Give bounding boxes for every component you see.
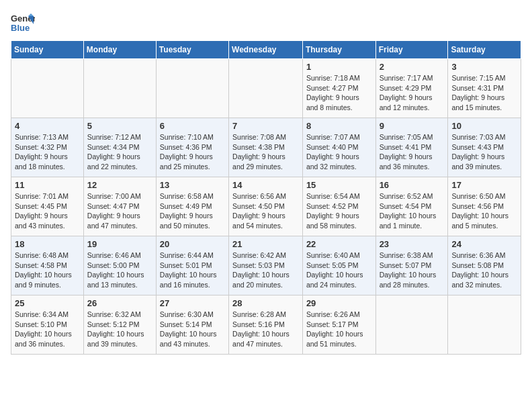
day-number: 8 — [306, 121, 372, 131]
calendar-cell: 21Sunrise: 6:42 AM Sunset: 5:03 PM Dayli… — [229, 236, 303, 295]
day-detail: Sunrise: 7:17 AM Sunset: 4:29 PM Dayligh… — [380, 73, 445, 113]
day-detail: Sunrise: 6:26 AM Sunset: 5:17 PM Dayligh… — [306, 310, 372, 349]
calendar-week-3: 11Sunrise: 7:01 AM Sunset: 4:45 PM Dayli… — [11, 177, 521, 236]
day-detail: Sunrise: 6:46 AM Sunset: 5:00 PM Dayligh… — [87, 250, 152, 290]
calendar-cell: 20Sunrise: 6:44 AM Sunset: 5:01 PM Dayli… — [156, 236, 228, 295]
day-detail: Sunrise: 6:34 AM Sunset: 5:10 PM Dayligh… — [15, 310, 80, 349]
day-number: 18 — [15, 239, 80, 249]
calendar-cell: 9Sunrise: 7:05 AM Sunset: 4:41 PM Daylig… — [375, 118, 448, 177]
day-detail: Sunrise: 6:54 AM Sunset: 4:52 PM Dayligh… — [306, 191, 372, 231]
day-number: 10 — [451, 121, 517, 131]
day-number: 12 — [87, 180, 152, 190]
calendar-cell: 17Sunrise: 6:50 AM Sunset: 4:56 PM Dayli… — [448, 177, 521, 236]
calendar-cell: 5Sunrise: 7:12 AM Sunset: 4:34 PM Daylig… — [83, 118, 156, 177]
day-number: 24 — [451, 239, 517, 249]
header-cell-sunday: Sunday — [11, 41, 84, 59]
calendar-cell: 11Sunrise: 7:01 AM Sunset: 4:45 PM Dayli… — [11, 177, 84, 236]
calendar-cell: 8Sunrise: 7:07 AM Sunset: 4:40 PM Daylig… — [302, 118, 375, 177]
calendar-cell: 23Sunrise: 6:38 AM Sunset: 5:07 PM Dayli… — [375, 236, 448, 295]
header-cell-saturday: Saturday — [448, 41, 521, 59]
day-detail: Sunrise: 6:50 AM Sunset: 4:56 PM Dayligh… — [451, 191, 517, 231]
logo-icon: General Blue — [11, 11, 35, 35]
calendar-cell — [156, 59, 228, 118]
calendar-cell — [448, 295, 521, 355]
header-cell-thursday: Thursday — [302, 41, 375, 59]
day-detail: Sunrise: 7:07 AM Sunset: 4:40 PM Dayligh… — [306, 132, 372, 172]
header-row: SundayMondayTuesdayWednesdayThursdayFrid… — [11, 41, 521, 59]
svg-text:Blue: Blue — [11, 23, 30, 33]
calendar-cell: 16Sunrise: 6:52 AM Sunset: 4:54 PM Dayli… — [375, 177, 448, 236]
calendar-cell: 18Sunrise: 6:48 AM Sunset: 4:58 PM Dayli… — [11, 236, 84, 295]
day-detail: Sunrise: 6:28 AM Sunset: 5:16 PM Dayligh… — [232, 310, 299, 349]
day-number: 3 — [451, 62, 517, 72]
day-number: 9 — [380, 121, 445, 131]
calendar-cell: 4Sunrise: 7:13 AM Sunset: 4:32 PM Daylig… — [11, 118, 84, 177]
calendar-cell — [11, 59, 84, 118]
day-number: 4 — [15, 121, 80, 131]
day-detail: Sunrise: 7:08 AM Sunset: 4:38 PM Dayligh… — [232, 132, 299, 172]
calendar-cell: 15Sunrise: 6:54 AM Sunset: 4:52 PM Dayli… — [302, 177, 375, 236]
calendar-cell: 26Sunrise: 6:32 AM Sunset: 5:12 PM Dayli… — [83, 295, 156, 355]
day-number: 2 — [380, 62, 445, 72]
day-number: 7 — [232, 121, 299, 131]
day-number: 5 — [87, 121, 152, 131]
day-detail: Sunrise: 6:32 AM Sunset: 5:12 PM Dayligh… — [87, 310, 152, 349]
day-detail: Sunrise: 7:05 AM Sunset: 4:41 PM Dayligh… — [380, 132, 445, 172]
day-detail: Sunrise: 7:01 AM Sunset: 4:45 PM Dayligh… — [15, 191, 80, 231]
day-detail: Sunrise: 7:12 AM Sunset: 4:34 PM Dayligh… — [87, 132, 152, 172]
day-detail: Sunrise: 7:18 AM Sunset: 4:27 PM Dayligh… — [306, 73, 372, 113]
calendar-header: SundayMondayTuesdayWednesdayThursdayFrid… — [11, 41, 521, 59]
calendar-cell: 22Sunrise: 6:40 AM Sunset: 5:05 PM Dayli… — [302, 236, 375, 295]
calendar-cell: 6Sunrise: 7:10 AM Sunset: 4:36 PM Daylig… — [156, 118, 228, 177]
day-number: 19 — [87, 239, 152, 249]
day-number: 26 — [87, 298, 152, 308]
day-detail: Sunrise: 6:30 AM Sunset: 5:14 PM Dayligh… — [160, 310, 225, 349]
day-number: 20 — [160, 239, 225, 249]
day-detail: Sunrise: 6:44 AM Sunset: 5:01 PM Dayligh… — [160, 250, 225, 290]
day-number: 1 — [306, 62, 372, 72]
calendar-cell: 2Sunrise: 7:17 AM Sunset: 4:29 PM Daylig… — [375, 59, 448, 118]
day-detail: Sunrise: 7:13 AM Sunset: 4:32 PM Dayligh… — [15, 132, 80, 172]
day-detail: Sunrise: 6:36 AM Sunset: 5:08 PM Dayligh… — [451, 250, 517, 290]
calendar-body: 1Sunrise: 7:18 AM Sunset: 4:27 PM Daylig… — [11, 59, 521, 355]
day-number: 13 — [160, 180, 225, 190]
calendar-week-4: 18Sunrise: 6:48 AM Sunset: 4:58 PM Dayli… — [11, 236, 521, 295]
day-detail: Sunrise: 6:38 AM Sunset: 5:07 PM Dayligh… — [380, 250, 445, 290]
day-detail: Sunrise: 6:52 AM Sunset: 4:54 PM Dayligh… — [380, 191, 445, 231]
calendar-cell: 27Sunrise: 6:30 AM Sunset: 5:14 PM Dayli… — [156, 295, 228, 355]
day-number: 21 — [232, 239, 299, 249]
day-number: 17 — [451, 180, 517, 190]
day-detail: Sunrise: 7:03 AM Sunset: 4:43 PM Dayligh… — [451, 132, 517, 172]
calendar-cell — [83, 59, 156, 118]
calendar-cell: 24Sunrise: 6:36 AM Sunset: 5:08 PM Dayli… — [448, 236, 521, 295]
day-detail: Sunrise: 7:15 AM Sunset: 4:31 PM Dayligh… — [451, 73, 517, 113]
calendar-week-1: 1Sunrise: 7:18 AM Sunset: 4:27 PM Daylig… — [11, 59, 521, 118]
header-cell-friday: Friday — [375, 41, 448, 59]
day-number: 29 — [306, 298, 372, 308]
page-header: General Blue — [11, 11, 521, 35]
calendar-cell: 3Sunrise: 7:15 AM Sunset: 4:31 PM Daylig… — [448, 59, 521, 118]
day-detail: Sunrise: 6:40 AM Sunset: 5:05 PM Dayligh… — [306, 250, 372, 290]
day-detail: Sunrise: 6:48 AM Sunset: 4:58 PM Dayligh… — [15, 250, 80, 290]
day-number: 14 — [232, 180, 299, 190]
calendar-cell: 29Sunrise: 6:26 AM Sunset: 5:17 PM Dayli… — [302, 295, 375, 355]
calendar-cell: 19Sunrise: 6:46 AM Sunset: 5:00 PM Dayli… — [83, 236, 156, 295]
day-number: 22 — [306, 239, 372, 249]
day-detail: Sunrise: 6:56 AM Sunset: 4:50 PM Dayligh… — [232, 191, 299, 231]
day-detail: Sunrise: 6:58 AM Sunset: 4:49 PM Dayligh… — [160, 191, 225, 231]
day-number: 28 — [232, 298, 299, 308]
calendar-cell: 7Sunrise: 7:08 AM Sunset: 4:38 PM Daylig… — [229, 118, 303, 177]
calendar-cell: 14Sunrise: 6:56 AM Sunset: 4:50 PM Dayli… — [229, 177, 303, 236]
day-number: 16 — [380, 180, 445, 190]
calendar-cell — [375, 295, 448, 355]
calendar-cell: 1Sunrise: 7:18 AM Sunset: 4:27 PM Daylig… — [302, 59, 375, 118]
calendar-table: SundayMondayTuesdayWednesdayThursdayFrid… — [11, 40, 521, 355]
day-detail: Sunrise: 6:42 AM Sunset: 5:03 PM Dayligh… — [232, 250, 299, 290]
calendar-cell: 13Sunrise: 6:58 AM Sunset: 4:49 PM Dayli… — [156, 177, 228, 236]
day-number: 15 — [306, 180, 372, 190]
header-cell-wednesday: Wednesday — [229, 41, 303, 59]
logo: General Blue — [11, 11, 38, 35]
day-number: 23 — [380, 239, 445, 249]
day-number: 11 — [15, 180, 80, 190]
day-detail: Sunrise: 7:10 AM Sunset: 4:36 PM Dayligh… — [160, 132, 225, 172]
